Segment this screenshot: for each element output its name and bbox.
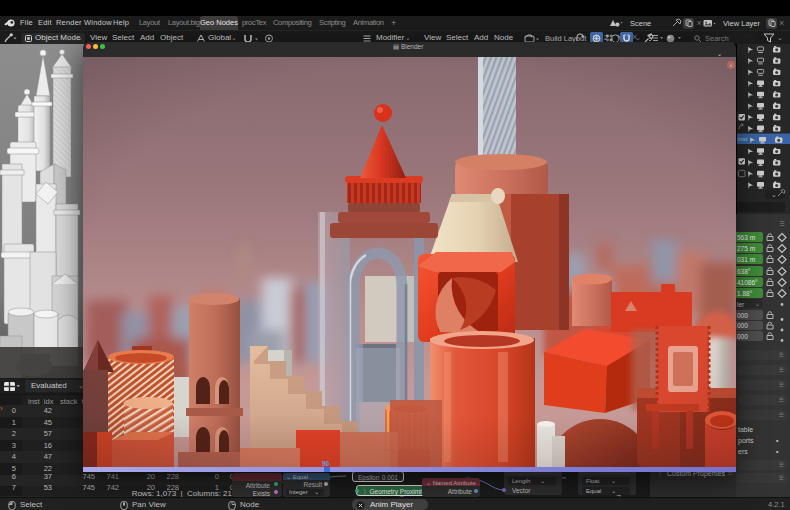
svg-text:inst: inst xyxy=(738,136,748,142)
svg-text:⌄: ⌄ xyxy=(771,191,777,198)
